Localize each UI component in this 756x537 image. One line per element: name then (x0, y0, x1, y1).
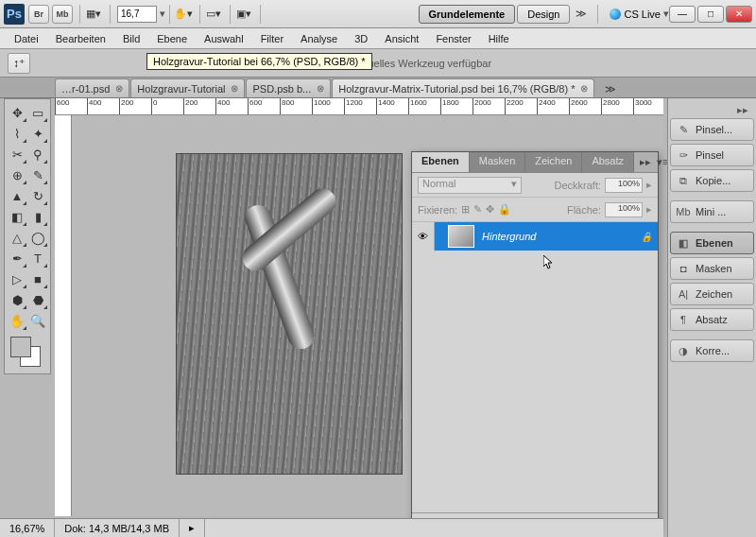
dock-zeichen-button[interactable]: A|Zeichen (670, 283, 754, 305)
masks-icon: ◘ (677, 262, 690, 275)
fill-flyout-icon[interactable]: ▸ (646, 203, 652, 216)
pen-tool[interactable]: ✒ (8, 249, 26, 268)
close-icon[interactable]: ⊗ (580, 83, 588, 94)
path-tool[interactable]: ▷ (8, 269, 26, 288)
tab-ebenen[interactable]: Ebenen (412, 152, 470, 172)
menu-bar: Datei Bearbeiten Bild Ebene Auswahl Filt… (0, 28, 756, 49)
dock-overflow-icon[interactable]: ▸▸ (670, 102, 754, 118)
cs-live-icon (610, 9, 621, 20)
title-bar: Ps Br Mb ▦▾ ▾ ✋▾ ▭▾ ▣▾ Grundelemente Des… (0, 0, 756, 28)
menu-ansicht[interactable]: Ansicht (376, 30, 427, 47)
menu-hilfe[interactable]: Hilfe (480, 30, 518, 47)
lock-transparency-icon[interactable]: ⊞ (461, 203, 470, 216)
menu-3d[interactable]: 3D (346, 30, 376, 47)
cs-live-button[interactable]: CS Live ▾ (610, 8, 669, 20)
stamp-tool[interactable]: ▲ (8, 186, 26, 205)
eyedropper-tool[interactable]: ⚲ (28, 145, 47, 164)
doc-tab-1[interactable]: …r-01.psd⊗ (55, 78, 129, 97)
panel-overflow-icon[interactable]: ▸▸ (640, 156, 651, 168)
color-swatches[interactable] (7, 335, 48, 371)
bridge-button[interactable]: Br (28, 5, 49, 24)
fill-input[interactable]: 100% (605, 202, 643, 217)
menu-analyse[interactable]: Analyse (292, 30, 346, 47)
type-tool[interactable]: T (28, 249, 47, 268)
close-button[interactable]: ✕ (726, 6, 752, 23)
dock-masken-button[interactable]: ◘Masken (670, 257, 754, 280)
menu-filter[interactable]: Filter (252, 30, 292, 47)
crop-tool[interactable]: ✂ (8, 145, 26, 164)
3d-tool[interactable]: ⬢ (8, 290, 26, 309)
menu-bearbeiten[interactable]: Bearbeiten (47, 30, 114, 47)
tab-masken[interactable]: Masken (470, 152, 526, 172)
zoom-dropdown-icon[interactable]: ▾ (160, 8, 165, 20)
status-flyout-icon[interactable]: ▸ (180, 519, 205, 537)
dock-kopie-button[interactable]: ⧉Kopie... (670, 169, 754, 192)
tool-preset-icon[interactable]: ↕⁺ (8, 53, 30, 74)
shape-tool[interactable]: ■ (28, 269, 47, 288)
maximize-button[interactable]: □ (697, 6, 724, 23)
move-tool[interactable]: ✥ (8, 103, 26, 122)
dock-mini-button[interactable]: MbMini ... (670, 200, 754, 223)
lock-icon: 🔒 (641, 232, 652, 242)
close-icon[interactable]: ⊗ (317, 83, 324, 94)
lasso-tool[interactable]: ⌇ (8, 124, 26, 143)
menu-datei[interactable]: Datei (6, 30, 47, 47)
dock-pinsel-button[interactable]: ✑Pinsel (670, 144, 754, 166)
doc-tab-3[interactable]: PSD.psb b...⊗ (246, 78, 331, 97)
gradient-tool[interactable]: ▮ (28, 207, 47, 226)
doc-tab-4[interactable]: Holzgravur-Matrix-Tutorial.psd bei 16,7%… (332, 78, 594, 97)
menu-ebene[interactable]: Ebene (148, 30, 196, 47)
layer-item[interactable]: 👁 Hintergrund 🔒 (412, 222, 658, 251)
close-icon[interactable]: ⊗ (115, 83, 123, 94)
dock-ebenen-button[interactable]: ◧Ebenen (670, 232, 754, 254)
close-icon[interactable]: ⊗ (231, 83, 238, 94)
menu-bild[interactable]: Bild (114, 30, 148, 47)
history-brush-tool[interactable]: ↻ (28, 186, 47, 205)
minibridge-button[interactable]: Mb (52, 5, 73, 24)
brush-tool[interactable]: ✎ (28, 165, 47, 184)
workspace-more-icon[interactable]: ≫ (572, 6, 591, 23)
dock-pinsel-preset-button[interactable]: ✎Pinsel... (670, 118, 754, 141)
lock-brush-icon[interactable]: ✎ (473, 203, 482, 216)
foreground-color-swatch[interactable] (10, 337, 31, 357)
layer-thumbnail[interactable] (448, 225, 474, 248)
workspace-grundelemente-button[interactable]: Grundelemente (419, 5, 516, 24)
arrange-icon[interactable]: ▭▾ (204, 6, 223, 23)
3d-camera-tool[interactable]: ⬣ (28, 290, 47, 309)
horizontal-ruler: 6004002000200400600800100012001400160018… (55, 98, 663, 115)
dodge-tool[interactable]: ◯ (28, 228, 47, 247)
minimize-button[interactable]: ― (669, 6, 696, 23)
doctab-overflow-icon[interactable]: ≫ (599, 81, 622, 97)
zoom-tool[interactable]: 🔍 (28, 311, 47, 330)
tab-absatz[interactable]: Absatz (582, 152, 634, 172)
workspace-design-button[interactable]: Design (517, 5, 570, 24)
dock-absatz-button[interactable]: ¶Absatz (670, 308, 754, 331)
app-logo: Ps (4, 4, 25, 25)
layout-icon[interactable]: ▦▾ (84, 6, 103, 23)
opacity-flyout-icon[interactable]: ▸ (646, 179, 652, 191)
heal-tool[interactable]: ⊕ (8, 165, 26, 184)
wand-tool[interactable]: ✦ (28, 124, 47, 143)
marquee-tool[interactable]: ▭ (28, 103, 47, 122)
visibility-icon[interactable]: 👁 (418, 231, 428, 242)
menu-auswahl[interactable]: Auswahl (196, 30, 252, 47)
tab-zeichen[interactable]: Zeichen (525, 152, 582, 172)
dock-korre-button[interactable]: ◑Korre... (670, 339, 754, 362)
hand-tool[interactable]: ✋ (8, 311, 26, 330)
screen-mode-icon[interactable]: ▣▾ (234, 6, 253, 23)
status-doc-size[interactable]: Dok: 14,3 MB/14,3 MB (55, 519, 180, 537)
status-zoom[interactable]: 16,67% (0, 519, 55, 537)
opacity-input[interactable]: 100% (605, 178, 643, 193)
lock-all-icon[interactable]: 🔒 (498, 203, 511, 216)
menu-fenster[interactable]: Fenster (427, 30, 479, 47)
minibridge-icon: Mb (677, 205, 690, 218)
eraser-tool[interactable]: ◧ (8, 207, 26, 226)
blend-mode-select[interactable]: Normal ▾ (418, 177, 522, 194)
document-tooltip: Holzgravur-Tutorial bei 66,7% (PSD, RGB/… (146, 53, 372, 70)
doc-tab-2[interactable]: Holzgravur-Tutorial⊗ (130, 78, 245, 97)
blur-tool[interactable]: △ (8, 228, 26, 247)
fill-label: Fläche: (567, 204, 601, 216)
zoom-input[interactable] (117, 6, 157, 23)
hand-icon[interactable]: ✋▾ (174, 6, 193, 23)
lock-move-icon[interactable]: ✥ (486, 203, 494, 216)
